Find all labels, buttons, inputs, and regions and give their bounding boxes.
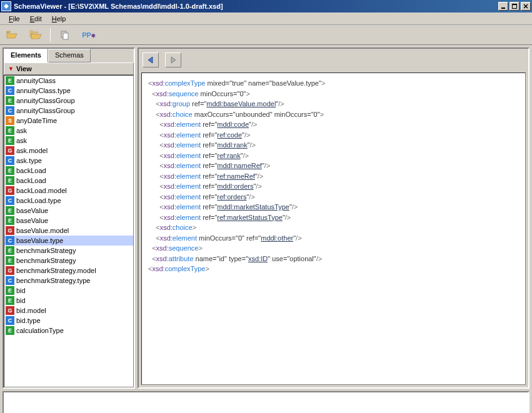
tree-item[interactable]: EannuityClass <box>4 76 133 86</box>
tree-item[interactable]: Gask.model <box>4 146 133 156</box>
menu-help[interactable]: Help <box>47 14 71 24</box>
type-badge-icon: E <box>6 286 14 295</box>
tree-item[interactable]: EbackLoad <box>4 176 133 186</box>
code-line: <xsd:choice> <box>148 222 519 233</box>
type-badge-icon: E <box>6 246 14 255</box>
tree-item[interactable]: CannuityClassGroup <box>4 106 133 116</box>
code-line: <xsd:element ref="mddl:code"/> <box>148 119 519 130</box>
tree-item[interactable]: Cask.type <box>4 156 133 166</box>
code-line: <xsd:element ref="mddl:marketStatusType"… <box>148 202 519 212</box>
tree-item[interactable]: Cbid.type <box>4 316 133 326</box>
tree-item-label: annuityClassGroup <box>16 97 75 104</box>
type-badge-icon: E <box>6 136 14 145</box>
view-header[interactable]: View <box>4 62 134 75</box>
tree-item[interactable]: Eask <box>4 126 133 136</box>
open-multi-button[interactable] <box>26 27 45 43</box>
code-line: <xsd:complexType mixed="true" name="base… <box>148 78 519 89</box>
tree-item[interactable]: Gbid.model <box>4 306 133 316</box>
tab-elements[interactable]: Elements <box>4 49 48 62</box>
type-badge-icon: C <box>6 316 14 325</box>
tree-item-label: backLoad.type <box>16 197 61 204</box>
status-area <box>3 391 529 413</box>
minimize-button[interactable] <box>498 2 508 11</box>
code-line: <xsd:sequence> <box>148 243 519 254</box>
copy-button[interactable] <box>56 27 74 43</box>
nav-back-button[interactable] <box>143 52 159 67</box>
type-badge-icon: E <box>6 256 14 265</box>
element-tree[interactable]: EannuityClassCannuityClass.typeEannuityC… <box>4 75 134 387</box>
type-badge-icon: E <box>6 96 14 105</box>
type-badge-icon: E <box>6 126 14 135</box>
type-badge-icon: E <box>6 166 14 175</box>
close-button[interactable] <box>521 2 531 11</box>
tree-item[interactable]: CbackLoad.type <box>4 196 133 206</box>
code-line: <xsd:element ref="ref:marketStatusType"/… <box>148 212 519 223</box>
code-viewer[interactable]: <xsd:complexType mixed="true" name="base… <box>141 72 526 385</box>
code-line: <xsd:group ref="mddl:baseValue.model"/> <box>148 99 519 109</box>
tree-item[interactable]: EannuityClassGroup <box>4 96 133 106</box>
pp-icon: PP✱ <box>82 31 96 39</box>
tree-item-label: backLoad <box>16 177 46 184</box>
tree-item[interactable]: CannuityClass.type <box>4 86 133 96</box>
tree-item-label: baseValue.model <box>16 227 69 234</box>
tree-item[interactable]: Eask <box>4 136 133 146</box>
type-badge-icon: E <box>6 176 14 185</box>
tree-item[interactable]: CbaseValue.type <box>4 236 133 246</box>
tree-item[interactable]: EbaseValue <box>4 206 133 216</box>
code-line: <xsd:element ref="ref:orders"/> <box>148 192 519 202</box>
right-panel: <xsd:complexType mixed="true" name="base… <box>138 47 529 389</box>
pp-button[interactable]: PP✱ <box>79 27 98 43</box>
tree-item-label: annuityClass <box>16 77 56 84</box>
code-line: <xsd:element ref="mddl:nameRef"/> <box>148 161 519 171</box>
left-panel: Elements Schemas View EannuityClassCannu… <box>3 47 135 389</box>
tree-item[interactable]: GbackLoad.model <box>4 186 133 196</box>
tree-item[interactable]: EbaseValue <box>4 216 133 226</box>
tree-item-label: backLoad <box>16 167 46 174</box>
tree-item-label: ask.type <box>16 157 42 164</box>
code-line: <xsd:element ref="mddl:rank"/> <box>148 140 519 151</box>
main-area: Elements Schemas View EannuityClassCannu… <box>0 45 532 391</box>
menu-edit[interactable]: Edit <box>25 14 47 24</box>
triangle-right-icon <box>169 56 178 64</box>
tree-item[interactable]: CbenchmarkStrategy.type <box>4 276 133 286</box>
tree-item-label: ask.model <box>16 147 48 154</box>
panel-tabs: Elements Schemas <box>4 49 134 62</box>
open-button[interactable] <box>3 27 21 43</box>
tab-schemas[interactable]: Schemas <box>48 49 91 62</box>
tree-item[interactable]: EbackLoad <box>4 166 133 176</box>
tree-item[interactable]: EbenchmarkStrategy <box>4 256 133 266</box>
type-badge-icon: G <box>6 186 14 195</box>
tree-item[interactable]: EbenchmarkStrategy <box>4 246 133 256</box>
type-badge-icon: C <box>6 156 14 165</box>
svg-rect-2 <box>512 4 517 5</box>
tree-item[interactable]: SanyDateTime <box>4 116 133 126</box>
folder-open-icon <box>6 30 18 40</box>
nav-buttons <box>141 51 526 69</box>
menubar: File Edit Help <box>0 12 532 25</box>
tree-item-label: annuityClass.type <box>16 87 71 94</box>
tree-item-label: baseValue <box>16 217 48 224</box>
type-badge-icon: G <box>6 226 14 235</box>
tree-item[interactable]: EcalculationType <box>4 326 133 336</box>
code-line: <xsd:complexType> <box>148 264 519 274</box>
code-line: <xsd:element ref="ref:nameRef"/> <box>148 171 519 182</box>
code-line: <xsd:sequence minOccurs="0"> <box>148 89 519 99</box>
type-badge-icon: C <box>6 236 14 245</box>
tree-item[interactable]: GbaseValue.model <box>4 226 133 236</box>
tree-item-label: bid.model <box>16 307 46 314</box>
tree-item-label: benchmarkStrategy.type <box>16 277 90 284</box>
menu-file[interactable]: File <box>4 14 25 24</box>
tree-item[interactable]: Ebid <box>4 286 133 296</box>
maximize-button[interactable] <box>509 2 519 11</box>
tree-item-label: calculationType <box>16 327 64 334</box>
app-icon <box>1 1 11 11</box>
tree-item-label: benchmarkStrategy <box>16 247 76 254</box>
nav-forward-button[interactable] <box>165 52 181 67</box>
tree-item[interactable]: Ebid <box>4 296 133 306</box>
window-title: SchemaViewer - [E:\SV2\XML Schemas\mddl\… <box>14 2 498 10</box>
tree-item[interactable]: GbenchmarkStrategy.model <box>4 266 133 276</box>
tree-item-label: annuityClassGroup <box>16 107 75 114</box>
type-badge-icon: C <box>6 106 14 115</box>
tree-item-label: bid <box>16 287 26 294</box>
type-badge-icon: E <box>6 206 14 215</box>
